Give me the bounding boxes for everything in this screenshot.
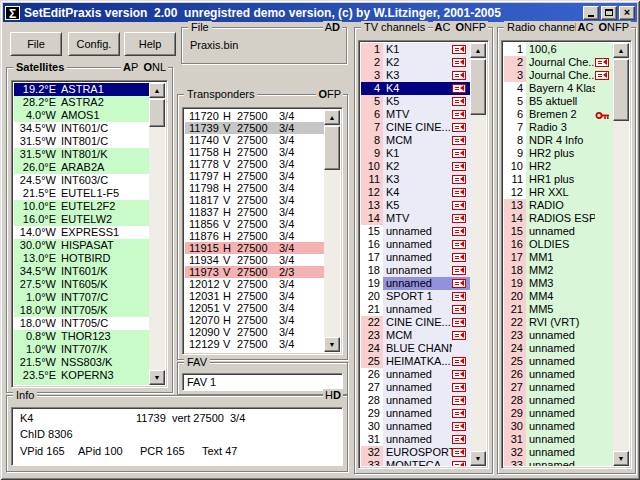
satellite-row[interactable]: 34.5°WINT601/C (14, 122, 149, 135)
scroll-down-button[interactable]: ▼ (324, 337, 340, 352)
radio-channel-row[interactable]: 27unnamed (504, 381, 613, 394)
file-button[interactable]: File (10, 32, 62, 56)
satellite-row[interactable]: 1.0°WINT707/K (14, 343, 149, 356)
transponder-row[interactable]: 11739V275003/4 (185, 122, 324, 134)
transponder-row[interactable]: 12012V275003/4 (185, 278, 324, 290)
radio-channel-row[interactable]: 24unnamed (504, 342, 613, 355)
help-button[interactable]: Help (124, 32, 176, 56)
tv-channel-row[interactable]: 12K4 (361, 186, 470, 199)
transponder-row[interactable]: 12031H275003/4 (185, 290, 324, 302)
satellite-row[interactable]: 16.0°EEUTELW2 (14, 213, 149, 226)
radio-channel-row[interactable]: 7Radio 3 (504, 121, 613, 134)
tv-channel-row[interactable]: 5K5 (361, 95, 470, 108)
satellite-scrollbar[interactable]: ▲ ▼ (149, 83, 165, 385)
satellite-row[interactable]: 21.5°WNSS803/K (14, 356, 149, 369)
radio-channel-row[interactable]: 23unnamed (504, 329, 613, 342)
tv-channel-row[interactable]: 11K3 (361, 173, 470, 186)
radio-channel-row[interactable]: 3Journal Che... (504, 69, 613, 82)
tv-channel-row[interactable]: 31unnamed (361, 433, 470, 446)
radio-channel-row[interactable]: 14RADIOS ESP. (504, 212, 613, 225)
satellite-row[interactable]: 27.5°WINT605/K (14, 278, 149, 291)
satellite-row[interactable]: 18.0°WINT705/K (14, 304, 149, 317)
tv-channel-row[interactable]: 7CINE CINE... (361, 121, 470, 134)
satellite-row[interactable]: 24.5°WINT603/C (14, 174, 149, 187)
scrollbar-thumb[interactable] (149, 99, 165, 127)
transponder-row[interactable]: 11798H275003/4 (185, 182, 324, 194)
radio-channel-row[interactable]: 18MM2 (504, 264, 613, 277)
radio-channel-row[interactable]: 26unnamed (504, 368, 613, 381)
tv-channel-row[interactable]: 3K3 (361, 69, 470, 82)
transponder-row[interactable]: 11973V275002/3 (185, 266, 324, 278)
transponder-row[interactable]: 11740V275003/4 (185, 134, 324, 146)
satellite-row[interactable]: 19.2°EASTRA1 (14, 83, 149, 96)
transponder-row[interactable]: 11778V275003/4 (185, 158, 324, 170)
scroll-down-button[interactable]: ▼ (613, 451, 629, 466)
maximize-button[interactable] (601, 6, 617, 20)
radio-scrollbar[interactable]: ▲ ▼ (613, 43, 629, 466)
satellite-row[interactable]: 31.5°WINT801/K (14, 148, 149, 161)
tv-channel-row[interactable]: 16unnamed (361, 238, 470, 251)
tv-channel-row[interactable]: 26unnamed (361, 368, 470, 381)
satellite-row[interactable]: 34.5°WINT601/K (14, 265, 149, 278)
scroll-up-button[interactable]: ▲ (470, 43, 486, 58)
minimize-button[interactable] (583, 6, 599, 20)
scroll-up-button[interactable]: ▲ (149, 83, 165, 98)
tv-channel-row[interactable]: 33MONTECA... (361, 459, 470, 466)
radio-channel-row[interactable]: 30unnamed (504, 420, 613, 433)
tv-scrollbar[interactable]: ▲ ▼ (470, 43, 486, 466)
radio-channel-row[interactable]: 11HR1 plus (504, 173, 613, 186)
satellite-row[interactable]: 18.0°WINT705/C (14, 317, 149, 330)
radio-channel-row[interactable]: 8NDR 4 Info (504, 134, 613, 147)
scrollbar-thumb[interactable] (613, 59, 629, 121)
scrollbar-thumb[interactable] (470, 59, 486, 115)
tv-channel-row[interactable]: 21unnamed (361, 303, 470, 316)
transponder-scrollbar[interactable]: ▲ ▼ (324, 110, 340, 352)
radio-channel-row[interactable]: 10HR2 (504, 160, 613, 173)
tv-channel-row[interactable]: 18unnamed (361, 264, 470, 277)
fav-select[interactable]: FAV 1 (182, 373, 343, 391)
transponder-row[interactable]: 12129V275003/4 (185, 338, 324, 350)
tv-channel-row[interactable]: 1K1 (361, 43, 470, 56)
tv-channel-row[interactable]: 24BLUE CHANNEL (361, 342, 470, 355)
scroll-down-button[interactable]: ▼ (149, 370, 165, 385)
radio-channel-row[interactable]: 19MM3 (504, 277, 613, 290)
satellite-row[interactable]: 0.8°WTHOR123 (14, 330, 149, 343)
transponder-row[interactable]: 11876H275003/4 (185, 230, 324, 242)
satellite-row[interactable]: 14.0°WEXPRESS1 (14, 226, 149, 239)
radio-channel-row[interactable]: 22RVI (VRT) (504, 316, 613, 329)
transponder-row[interactable]: 12070H275003/4 (185, 314, 324, 326)
tv-channel-row[interactable]: 10K2 (361, 160, 470, 173)
tv-channel-row[interactable]: 19unnamed (361, 277, 470, 290)
radio-channel-row[interactable]: 32unnamed (504, 446, 613, 459)
close-button[interactable]: × (619, 6, 635, 20)
radio-channel-row[interactable]: 2Journal Che... (504, 56, 613, 69)
transponder-row[interactable]: 11758H275003/4 (185, 146, 324, 158)
radio-channel-row[interactable]: 1100,6 (504, 43, 613, 56)
satellite-row[interactable]: 10.0°EEUTEL2F2 (14, 200, 149, 213)
satellite-row[interactable] (14, 382, 149, 385)
transponder-row[interactable]: 12051V275003/4 (185, 302, 324, 314)
radio-channel-row[interactable]: 20MM4 (504, 290, 613, 303)
tv-channel-row[interactable]: 14MTV (361, 212, 470, 225)
transponder-row[interactable]: 11817V275003/4 (185, 194, 324, 206)
tv-channel-row[interactable]: 17unnamed (361, 251, 470, 264)
tv-channel-row[interactable]: 6MTV (361, 108, 470, 121)
satellite-row[interactable]: 26.0°EARAB2A (14, 161, 149, 174)
tv-channel-row[interactable]: 2K2 (361, 56, 470, 69)
tv-channel-row[interactable]: 15unnamed (361, 225, 470, 238)
radio-channel-row[interactable]: 17MM1 (504, 251, 613, 264)
transponder-row[interactable]: 11915H275003/4 (185, 242, 324, 254)
transponder-row[interactable]: 12090V275003/4 (185, 326, 324, 338)
radio-channel-row[interactable]: 25unnamed (504, 355, 613, 368)
tv-channel-row[interactable]: 20SPORT 1 (361, 290, 470, 303)
scroll-up-button[interactable]: ▲ (324, 110, 340, 125)
tv-channel-row[interactable]: 8MCM (361, 134, 470, 147)
radio-channel-row[interactable]: 4Bayern 4 Klassik (504, 82, 613, 95)
scrollbar-thumb[interactable] (324, 126, 340, 170)
tv-channel-row[interactable]: 30unnamed (361, 420, 470, 433)
tv-channel-row[interactable]: 23MCM (361, 329, 470, 342)
transponder-row[interactable]: 11856V275003/4 (185, 218, 324, 230)
scroll-up-button[interactable]: ▲ (613, 43, 629, 58)
radio-channel-row[interactable]: 6Bremen 2 (504, 108, 613, 121)
radio-channel-row[interactable]: 5B5 aktuell (504, 95, 613, 108)
